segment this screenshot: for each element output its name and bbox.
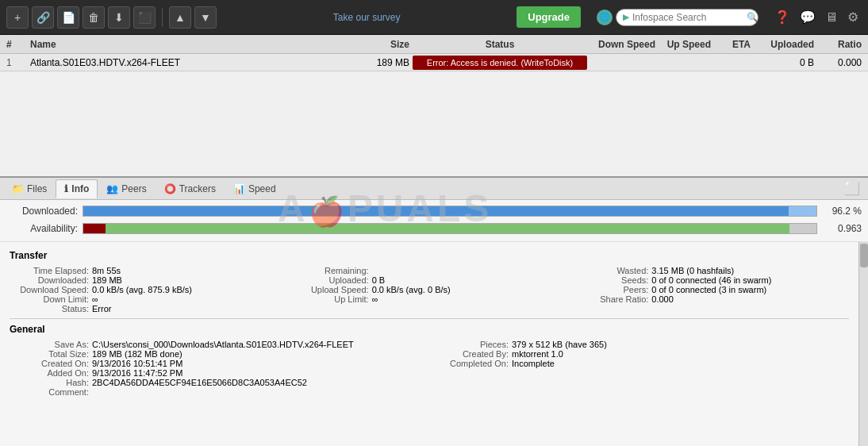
total-size-value: 189 MB (182 MB done)	[92, 349, 182, 359]
scroll-handle[interactable]	[860, 244, 868, 267]
status-value: Error	[92, 304, 111, 313]
info-content: Transfer Time Elapsed: 8m 55s Downloaded…	[0, 242, 858, 446]
downloaded-item: Downloaded: 189 MB	[10, 275, 290, 285]
table-row[interactable]: 1 Atlanta.S01E03.HDTV.x264-FLEET 189 MB …	[0, 54, 868, 71]
col-header-uploaded[interactable]: Uploaded	[754, 39, 817, 50]
col-header-status[interactable]: Status	[413, 39, 587, 50]
down-button[interactable]: ▼	[194, 6, 217, 29]
upgrade-button[interactable]: Upgrade	[517, 6, 581, 28]
col-header-up-speed[interactable]: Up Speed	[659, 39, 714, 50]
hash-value: 2BC4DA56DDA4E5CF94E16E5066D8C3A053A4EC52	[92, 378, 307, 387]
upload-speed-item: Upload Speed: 0.0 kB/s (avg. 0 B/s)	[290, 285, 570, 294]
up-button[interactable]: ▲	[169, 6, 191, 29]
time-elapsed-item: Time Elapsed: 8m 55s	[10, 266, 290, 275]
ul-speed-value: 0.0 kB/s (avg. 0 B/s)	[372, 285, 451, 294]
added-on-value: 9/13/2016 11:47:52 PM	[92, 368, 182, 378]
share-ratio-value: 0.000	[651, 294, 674, 304]
add-file-button[interactable]: 📄	[57, 6, 79, 29]
general-col2: Pieces: 379 x 512 kB (have 365) Created …	[429, 340, 849, 397]
wasted-label: Wasted:	[569, 266, 648, 275]
created-by-item: Created By: mktorrent 1.0	[429, 349, 849, 359]
tab-speed[interactable]: 📊 Speed	[225, 179, 285, 198]
add-link-button[interactable]: 🔗	[32, 6, 54, 29]
tab-files-label: Files	[27, 183, 47, 194]
settings-icon[interactable]: ⚙	[844, 6, 862, 28]
torrent-ratio: 0.000	[817, 57, 865, 68]
chat-icon[interactable]: 💬	[797, 6, 819, 28]
search-icon[interactable]: 🔍	[747, 12, 759, 23]
col-header-name[interactable]: Name	[27, 39, 349, 50]
tab-peers[interactable]: 👥 Peers	[98, 179, 155, 198]
comment-item: Comment:	[10, 387, 429, 397]
uploaded-label: Uploaded:	[290, 275, 369, 285]
save-as-label: Save As:	[10, 340, 89, 349]
pieces-item: Pieces: 379 x 512 kB (have 365)	[429, 340, 849, 349]
pieces-value: 379 x 512 kB (have 365)	[512, 340, 607, 349]
pause-button[interactable]: ⬛	[133, 6, 156, 29]
wasted-item: Wasted: 3.15 MB (0 hashfails)	[569, 266, 849, 275]
download-button[interactable]: ⬇	[108, 6, 130, 29]
survey-link[interactable]: Take our survey	[333, 12, 401, 23]
general-title: General	[10, 324, 849, 335]
general-section: General Save As: C:\Users\consi_000\Down…	[10, 324, 849, 397]
wasted-value: 3.15 MB (0 hashfails)	[651, 266, 734, 275]
scrollbar[interactable]	[858, 242, 868, 446]
ul-speed-label: Upload Speed:	[290, 285, 369, 294]
availability-value: 0.963	[822, 223, 862, 234]
completed-on-item: Completed On: Incomplete	[429, 359, 849, 368]
col-header-size[interactable]: Size	[349, 39, 413, 50]
down-limit-value: ∞	[92, 294, 98, 304]
search-input[interactable]	[632, 12, 743, 23]
down-limit-item: Down Limit: ∞	[10, 294, 290, 304]
total-size-item: Total Size: 189 MB (182 MB done)	[10, 349, 429, 359]
completed-on-value: Incomplete	[512, 359, 555, 368]
tab-info[interactable]: ℹ Info	[56, 179, 98, 198]
created-on-label: Created On:	[10, 359, 89, 368]
tab-files[interactable]: 📁 Files	[3, 179, 56, 198]
pieces-label: Pieces:	[429, 340, 509, 349]
peers-item: Peers: 0 of 0 connected (3 in swarm)	[569, 285, 849, 294]
downloaded-value: 96.2 %	[822, 206, 862, 217]
downloaded-label: Downloaded:	[6, 206, 78, 217]
uploaded-value: 0 B	[372, 275, 386, 285]
uploaded-item: Uploaded: 0 B	[290, 275, 570, 285]
dl-speed-label: Download Speed:	[10, 285, 89, 294]
transfer-col2: Remaining: Uploaded: 0 B Upload Speed: 0…	[290, 266, 570, 313]
torrent-list-panel: # Name Size Status Down Speed Up Speed E…	[0, 35, 868, 178]
remove-button[interactable]: 🗑	[83, 6, 105, 29]
save-as-value: C:\Users\consi_000\Downloads\Atlanta.S01…	[92, 340, 354, 349]
torrent-name: Atlanta.S01E03.HDTV.x264-FLEET	[27, 57, 349, 68]
completed-on-label: Completed On:	[429, 359, 509, 368]
transfer-col1: Time Elapsed: 8m 55s Downloaded: 189 MB …	[10, 266, 290, 313]
progress-section: Downloaded: 96.2 % Availability: 0.963	[0, 200, 868, 242]
transfer-section: Transfer Time Elapsed: 8m 55s Downloaded…	[10, 250, 849, 313]
col-header-ratio[interactable]: Ratio	[817, 39, 865, 50]
hash-item: Hash: 2BC4DA56DDA4E5CF94E16E5066D8C3A053…	[10, 378, 429, 387]
monitor-icon[interactable]: 🖥	[822, 7, 841, 28]
peers-label: Peers:	[569, 285, 648, 294]
speed-icon: 📊	[233, 183, 245, 194]
added-on-item: Added On: 9/13/2016 11:47:52 PM	[10, 368, 429, 378]
row-num: 1	[3, 57, 27, 68]
created-on-item: Created On: 9/13/2016 10:51:41 PM	[10, 359, 429, 368]
info-icon: ℹ	[64, 183, 68, 194]
share-ratio-item: Share Ratio: 0.000	[569, 294, 849, 304]
created-on-value: 9/13/2016 10:51:41 PM	[92, 359, 182, 368]
expand-panel-button[interactable]: ⬜	[839, 179, 865, 198]
help-icon[interactable]: ❓	[771, 6, 793, 28]
col-header-down-speed[interactable]: Down Speed	[587, 39, 659, 50]
status-item: Status: Error	[10, 304, 290, 313]
add-button[interactable]: +	[6, 6, 29, 29]
peers-icon: 👥	[106, 183, 118, 194]
search-logo-text: ▶	[623, 13, 629, 21]
up-limit-label: Up Limit:	[290, 294, 369, 304]
availability-label: Availability:	[6, 223, 78, 234]
files-icon: 📁	[12, 183, 24, 194]
downloaded-progress-fill	[83, 206, 789, 216]
col-header-eta[interactable]: ETA	[714, 39, 754, 50]
torrent-size: 189 MB	[349, 57, 413, 68]
table-header: # Name Size Status Down Speed Up Speed E…	[0, 35, 868, 54]
tab-trackers[interactable]: ⭕ Trackers	[156, 179, 225, 198]
downloaded-progress-bar	[83, 206, 817, 217]
col-header-num[interactable]: #	[3, 39, 27, 50]
